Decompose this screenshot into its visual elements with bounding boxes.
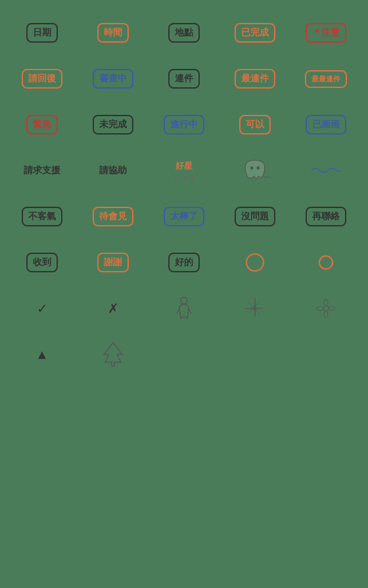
badge-ok: 可以 [239,115,271,135]
sparkle2-icon [314,297,338,320]
sticker-no-luck[interactable]: 不客氣 [10,197,74,236]
sticker-thanks[interactable]: 謝謝 [81,243,145,282]
svg-point-3 [323,306,329,311]
sticker-triangle[interactable]: ▲ [10,335,74,374]
svg-point-5 [324,311,328,318]
sticker-wavy[interactable] [294,151,358,190]
sticker-contact[interactable]: 再聯絡 [294,197,358,236]
sticker-incomplete[interactable]: 未完成 [81,105,145,144]
sticker-mail[interactable]: 連件 [152,59,216,98]
text-please-help: 請協助 [99,165,127,177]
sticker-ask-help[interactable]: 請求支援 [10,151,74,190]
sticker-date[interactable]: 日期 [10,13,74,52]
triangle-icon: ▲ [35,347,49,362]
svg-point-6 [317,306,323,310]
badge-checking: 審查中 [93,69,133,89]
sticker-urgent[interactable]: 緊急 [10,105,74,144]
sticker-noted[interactable]: 已画画 [294,105,358,144]
badge-in-progress: 進行中 [164,115,204,135]
badge-done: 已完成 [235,23,275,43]
badge-note: ＊注意 [306,23,346,43]
badge-contact: 再聯絡 [306,207,346,226]
sticker-cross[interactable]: ✗ [81,289,145,328]
badge-latest-mail: 最連件 [235,69,275,89]
sticker-sparkle1[interactable] [223,289,287,328]
badge-time: 時間 [97,23,129,43]
sticker-great[interactable]: 太棒了 [152,197,216,236]
sticker-tree[interactable] [81,335,145,374]
sticker-final-mail[interactable]: 最最連件 [294,59,358,98]
badge-noted: 已画画 [306,115,346,135]
person-icon [174,295,194,322]
cross-icon: ✗ [108,301,119,316]
badge-received: 收到 [26,253,58,272]
badge-urgent: 緊急 [26,115,58,135]
sticker-latest-mail[interactable]: 最連件 [223,59,287,98]
sticker-place[interactable]: 地點 [152,13,216,52]
sticker-received[interactable]: 收到 [10,243,74,282]
sticker-no-problem[interactable]: 沒問題 [223,197,287,236]
badge-good: 好的 [168,253,200,272]
sparkle1-icon [243,297,267,320]
sticker-see-you[interactable]: 待會見 [81,197,145,236]
sticker-grid: 日期 時間 地點 已完成 ＊注意 請回復 審查中 連件 最連件 最最連件 緊急 … [0,0,368,387]
sticker-checking[interactable]: 審查中 [81,59,145,98]
badge-great: 太棒了 [164,207,204,226]
checkmark-icon: ✓ [37,301,48,316]
svg-point-0 [250,167,254,170]
sticker-in-progress[interactable]: 進行中 [152,105,216,144]
sticker-done[interactable]: 已完成 [223,13,287,52]
sticker-time[interactable]: 時間 [81,13,145,52]
svg-point-7 [329,306,335,310]
sticker-reply[interactable]: 請回復 [10,59,74,98]
badge-thanks: 謝謝 [97,253,129,272]
badge-incomplete: 未完成 [93,115,133,135]
tree-icon [101,341,125,368]
svg-point-2 [181,297,187,304]
sticker-please-help[interactable]: 請協助 [81,151,145,190]
sticker-circle-lg[interactable] [223,243,287,282]
sticker-person[interactable] [152,289,216,328]
wavy-icon [310,164,342,177]
badge-final-mail: 最最連件 [305,70,347,88]
sticker-ok[interactable]: 可以 [223,105,287,144]
svg-point-1 [256,167,260,170]
sticker-good[interactable]: 好的 [152,243,216,282]
ghost-icon [239,158,271,184]
circle-small-icon [319,255,333,270]
sticker-good-star[interactable]: 好星(ˊ_>ˋ) [152,151,216,190]
circle-large-icon [246,253,264,272]
sticker-note[interactable]: ＊注意 [294,13,358,52]
badge-reply: 請回復 [22,69,62,89]
badge-place: 地點 [168,23,200,43]
badge-see-you: 待會見 [93,207,133,226]
sticker-ghost[interactable] [223,151,287,190]
badge-no-problem: 沒問題 [235,207,275,226]
text-ask-help: 請求支援 [24,165,60,177]
text-good-star: 好星(ˊ_>ˋ) [175,160,193,182]
svg-point-4 [324,299,328,306]
badge-date: 日期 [26,23,58,43]
sticker-circle-sm[interactable] [294,243,358,282]
badge-no-luck: 不客氣 [22,207,62,226]
sticker-checkmark[interactable]: ✓ [10,289,74,328]
sticker-sparkle2[interactable] [294,289,358,328]
badge-mail: 連件 [168,69,200,89]
